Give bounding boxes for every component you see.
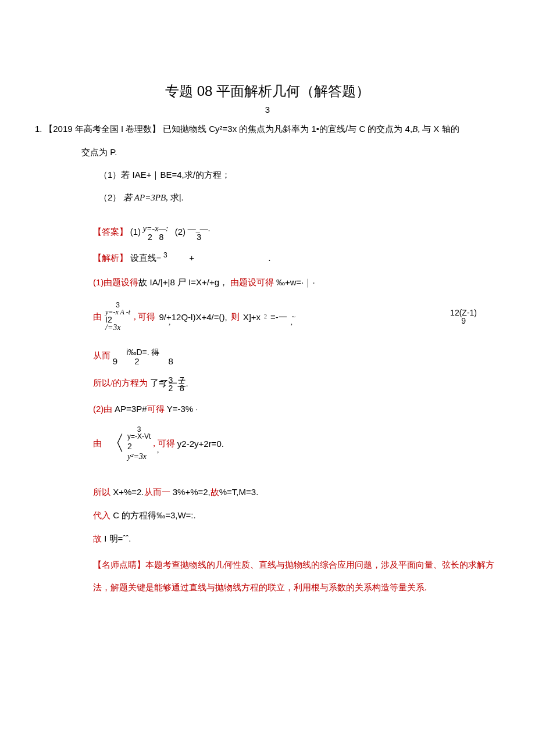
- s1-c: 故 IA/|+|8 尸 I=X+/+g，: [138, 277, 228, 287]
- s2-e: Y=-3% ·: [165, 404, 198, 414]
- analysis-block: 【解析】 设直线= 3 + .: [93, 252, 500, 266]
- lc-b: I 明=ˆˆ.: [102, 533, 131, 543]
- therefore-line: 所以/的方程为 了=: 3 7 2 8 了一三.: [93, 376, 500, 392]
- line-a: 所以 X+%=2.从而一 3%+%=2,故%=T,M=3.: [93, 486, 500, 499]
- lc-a: 故: [93, 534, 102, 543]
- commentary-line2: 法，解题关键是能够通过直线与抛物线方程的联立，利用根与系数的关系构造等量关系.: [93, 582, 500, 594]
- lb-a: 代入: [93, 511, 110, 520]
- page-title: 专题 08 平面解析几何（解答题）: [35, 81, 500, 101]
- ans2-top: —_—.: [188, 225, 211, 233]
- question-stem-c: 与 X 轴的: [420, 124, 459, 134]
- q2-c: AP=3PB,: [134, 193, 168, 202]
- question-stem-line2: 交点为 P.: [81, 146, 500, 158]
- from-line: 从而 i‰D=. 得 9 2 8: [93, 348, 500, 366]
- ans2-bot: 3: [197, 233, 201, 241]
- from-c: 得: [149, 347, 160, 357]
- sys2-mid: 2: [127, 442, 151, 450]
- sys2-brace: 〈: [104, 433, 125, 454]
- analysis-b: +: [189, 253, 194, 263]
- from-b: i‰D=.: [126, 347, 149, 357]
- sys2-lead: 由: [93, 438, 102, 450]
- sys2-tail: , 可得: [153, 438, 175, 450]
- question-index: 1.: [35, 124, 42, 134]
- sys2-lines: 3 y=-X-Vt 2 y²=3x: [127, 426, 151, 461]
- source-bracket-close: 】: [152, 124, 160, 134]
- question-stem-line1: 1. 【2019 年高考全国 I 卷理数】 已知抛物线 Cy²=3x 的焦点为凡…: [35, 123, 500, 135]
- lb-c: ‰=3,W=:.: [156, 510, 196, 520]
- analysis-frac: 3: [163, 252, 167, 266]
- s2-d: 可得: [147, 404, 165, 414]
- la-c: 从而一: [144, 488, 170, 497]
- sys2-top: 3 y=-X-Vt: [127, 426, 151, 440]
- sys1-mid-I2: I2: [105, 316, 130, 324]
- s1-d: 由题设可得: [230, 278, 274, 287]
- analysis-d: .: [268, 253, 270, 263]
- s1-b: 由题设得: [104, 278, 138, 287]
- title-sub: 3: [35, 103, 500, 116]
- analysis-a: 设直线=: [130, 253, 161, 263]
- question-stem-b: B,: [412, 124, 420, 134]
- th-a: 所以/的方程为: [93, 379, 148, 388]
- q2-a: （2）: [99, 192, 121, 202]
- sys1-c1: ,: [169, 317, 170, 326]
- line-b: 代入 C 的方程得‰=3,W=:.: [93, 509, 500, 522]
- question-stem-a: 已知抛物线 Cy²=3x 的焦点为凡斜率为 1•的宜线/与 C 的交点为 4,: [163, 124, 412, 134]
- sys2-top-b: y=-X-Vt: [127, 433, 151, 440]
- la-e: 故: [211, 488, 219, 497]
- la-f: %=T,M=3.: [219, 487, 259, 497]
- s2-b: 由: [104, 404, 112, 414]
- la-a: 所以: [93, 488, 110, 497]
- q2-d: 求|.: [170, 192, 184, 202]
- sys1-frac: 12(Z-1) 9: [450, 309, 477, 325]
- from-row2: 9 2 8: [113, 357, 173, 366]
- lb-b: C 的方程得: [110, 510, 156, 520]
- sys2-comma: ,: [157, 445, 159, 454]
- line-c: 故 I 明=ˆˆ.: [93, 532, 500, 545]
- question-source: 2019 年高考全国 I 卷理数: [53, 124, 152, 134]
- sys1-lines: 3 y=-x A -t I2 /=3x: [105, 302, 130, 332]
- la-b: X+%=2.: [110, 487, 144, 497]
- ans1-bot: 2 8: [148, 233, 163, 241]
- step2-line: (2)由 AP=3P#可得 Y=-3% ·: [93, 403, 500, 415]
- ans1a: (1): [130, 227, 141, 237]
- s1-a: (1): [93, 277, 104, 287]
- sys1-top: 3 y=-x A -t: [105, 302, 130, 316]
- sys1-frac-top: 12(Z-1): [450, 309, 477, 317]
- s2-a: (2): [93, 404, 104, 414]
- sys1-lead: 由: [93, 311, 102, 323]
- analysis-frac-gap: [165, 259, 166, 266]
- sys2-eq: y2-2y+2r=0.: [177, 438, 224, 450]
- answer-block: 【答案】 (1) y=-x—: 2 8 (2) —_—. 3: [93, 225, 500, 241]
- ans2-stack: —_—. 3: [188, 225, 211, 241]
- answer-label: 【答案】: [93, 227, 128, 237]
- sys1-bot: /=3x: [105, 324, 130, 332]
- ans1-stack: y=-x—: 2 8: [143, 225, 169, 241]
- step1-line: (1)由题设得故 IA/|+|8 尸 I=X+/+g， 由题设可得 ‰+w=·｜…: [93, 276, 500, 289]
- from-a: 从而: [93, 352, 110, 361]
- from-stack: i‰D=. 得 9 2 8: [113, 348, 173, 366]
- question-part2: （2） 若 AP=3PB, 求|.: [99, 191, 500, 204]
- sys1-frac-bot: 9: [461, 317, 466, 325]
- commentary-line1: 【名师点睛】本题考查抛物线的几何性质、直线与抛物线的综合应用问题，涉及平面向量、…: [93, 559, 500, 571]
- ans1-top: y=-x—:: [143, 225, 169, 233]
- source-bracket-open: 【: [44, 124, 53, 134]
- analysis-label: 【解析】: [93, 253, 128, 263]
- sys1-c2: ,: [291, 317, 293, 326]
- commentary-label: 【名师点睛】: [93, 560, 145, 569]
- sys1-brace-block: 3 y=-x A -t I2 /=3x: [105, 299, 130, 334]
- sys1-mid: , 可得: [134, 311, 156, 323]
- sys2-bot: y²=3x: [127, 453, 151, 461]
- la-d: 3%+%=2,: [170, 487, 211, 497]
- s1-e: ‰+w=·｜·: [274, 277, 315, 287]
- s2-c: AP=3P#: [115, 404, 147, 414]
- q2-b: 若: [123, 193, 132, 202]
- ans2a: (2): [175, 227, 186, 237]
- commentary-text1: 本题考查抛物线的几何性质、直线与抛物线的综合应用问题，涉及平面向量、弦长的求解方: [145, 560, 494, 569]
- th-c: 了一三.: [160, 378, 188, 388]
- question-part1: （1）若 IAE+｜BE=4,求/的方程；: [99, 169, 500, 181]
